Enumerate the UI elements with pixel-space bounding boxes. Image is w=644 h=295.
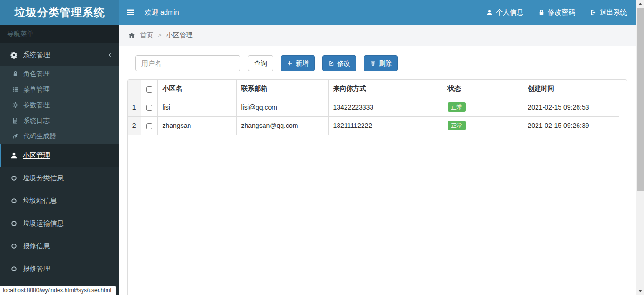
menu-icon [126, 8, 135, 17]
navbar-profile[interactable]: 个人信息 [487, 8, 523, 17]
sidebar-item-param-management[interactable]: 参数管理 [0, 97, 119, 113]
sidebar: 导航菜单 系统管理 角色管理 菜单管理 参数管理 系统日志 代码生成器 小区管理… [0, 25, 119, 295]
column-header: 状态 [443, 80, 523, 98]
query-button[interactable]: 查询 [248, 55, 273, 71]
navbar-logout[interactable]: 退出系统 [590, 8, 627, 17]
cell-created-time: 2021-02-15 09:26:53 [523, 98, 619, 117]
cog-outline-icon [12, 102, 18, 108]
cell-email: zhangsan@qq.com [236, 117, 328, 135]
sidebar-item-role-management[interactable]: 角色管理 [0, 66, 119, 82]
row-checkbox[interactable] [146, 105, 152, 111]
column-header: 创建时间 [523, 80, 619, 98]
user-icon [10, 152, 17, 159]
cell-phone: 13422223333 [328, 98, 443, 117]
caret-down-icon [638, 290, 642, 292]
cell-created-time: 2021-02-15 09:26:39 [523, 117, 619, 135]
select-all-checkbox[interactable] [146, 86, 152, 93]
edit-button-label: 修改 [337, 60, 350, 67]
cell-phone: 13211112222 [328, 117, 443, 135]
row-checkbox-cell [141, 117, 157, 135]
sidebar-item-repair-info[interactable]: 报修信息 [0, 235, 119, 257]
circle-icon [10, 220, 17, 227]
plus-icon [287, 60, 293, 66]
sidebar-item-community-management[interactable]: 小区管理 [0, 144, 119, 167]
sidebar-item-code-generator[interactable]: 代码生成器 [0, 128, 119, 144]
sidebar-header: 导航菜单 [0, 25, 119, 43]
chevron-left-icon [107, 52, 112, 58]
edit-button[interactable]: 修改 [322, 55, 356, 71]
cell-email: lisi@qq.com [236, 98, 328, 117]
sidebar-item-menu-management[interactable]: 菜单管理 [0, 82, 119, 97]
navbar-change-password[interactable]: 修改密码 [538, 8, 575, 17]
column-header: 来向你方式 [328, 80, 443, 98]
breadcrumb-separator: > [158, 32, 162, 39]
home-icon [128, 32, 135, 39]
lock-icon [538, 9, 545, 16]
cell-community-name: lisi [157, 98, 236, 117]
circle-icon [10, 175, 17, 182]
edit-icon [329, 60, 334, 66]
navbar-actions: 个人信息 修改密码 退出系统 [487, 8, 636, 17]
cell-community-name: zhangsan [157, 117, 236, 135]
breadcrumb-current: 小区管理 [166, 31, 193, 40]
app-window: 垃圾分类管理系统 欢迎 admin 个人信息 修改密码 退出系统 导航菜单 系统… [0, 0, 644, 295]
status-badge: 正常 [448, 102, 466, 112]
content: 查询 新增 修改 删除 [119, 46, 636, 295]
sidebar-item-repair-management[interactable]: 报修管理 [0, 257, 119, 280]
add-button-label: 新增 [296, 60, 309, 67]
circle-icon [10, 197, 17, 204]
list-icon [12, 86, 18, 93]
scrollbar[interactable] [636, 0, 644, 295]
row-index: 1 [128, 98, 141, 117]
table-row: 2 zhangsan zhangsan@qq.com 13211112222 正… [128, 117, 619, 135]
search-input[interactable] [135, 55, 240, 71]
circle-icon [10, 243, 17, 250]
main-area: 首页 > 小区管理 查询 新增 修改 删除 [119, 25, 636, 295]
row-checkbox-cell [141, 98, 157, 117]
sidebar-item-garbage-transport-info[interactable]: 垃圾运输信息 [0, 212, 119, 235]
query-button-label: 查询 [254, 60, 267, 67]
sidebar-item-system-management[interactable]: 系统管理 [0, 43, 119, 66]
delete-button[interactable]: 删除 [364, 55, 398, 71]
sign-out-icon [590, 9, 596, 16]
data-grid: 小区名联系邮箱来向你方式状态创建时间 1 lisi lisi@qq.com 13… [127, 79, 627, 295]
scroll-down-button[interactable] [636, 287, 644, 295]
welcome-text: 欢迎 admin [145, 8, 179, 17]
column-header: 联系邮箱 [236, 80, 328, 98]
gear-icon [10, 51, 17, 59]
data-table: 小区名联系邮箱来向你方式状态创建时间 1 lisi lisi@qq.com 13… [128, 80, 619, 135]
add-button[interactable]: 新增 [281, 55, 315, 71]
sidebar-toggle-button[interactable] [119, 0, 142, 25]
index-column-header [128, 80, 141, 98]
lock-icon [12, 71, 18, 77]
scroll-up-button[interactable] [636, 0, 644, 8]
user-icon [487, 9, 493, 16]
app-title: 垃圾分类管理系统 [0, 0, 119, 25]
breadcrumb-home[interactable]: 首页 [140, 31, 153, 40]
table-row: 1 lisi lisi@qq.com 13422223333 正常 2021-0… [128, 98, 619, 117]
toolbar: 查询 新增 修改 删除 [135, 55, 627, 71]
scroll-thumb[interactable] [637, 8, 644, 191]
caret-up-icon [638, 3, 642, 5]
trash-icon [370, 60, 376, 66]
breadcrumb: 首页 > 小区管理 [119, 25, 636, 46]
sidebar-item-garbage-station-info[interactable]: 垃圾站信息 [0, 189, 119, 212]
sidebar-submenu: 角色管理 菜单管理 参数管理 系统日志 代码生成器 [0, 66, 119, 144]
sidebar-item-garbage-classification-info[interactable]: 垃圾分类信息 [0, 167, 119, 189]
cell-status: 正常 [443, 98, 523, 117]
rocket-icon [12, 133, 18, 139]
delete-button-label: 删除 [379, 60, 392, 67]
select-all-cell [141, 80, 157, 98]
column-header: 小区名 [157, 80, 236, 98]
status-badge: 正常 [448, 121, 466, 130]
sidebar-item-system-logs[interactable]: 系统日志 [0, 113, 119, 128]
row-checkbox[interactable] [146, 123, 152, 129]
circle-icon [10, 265, 17, 272]
status-bar: localhost:8080/wy/index.html#sys/user.ht… [0, 286, 116, 295]
top-navbar: 欢迎 admin 个人信息 修改密码 退出系统 [119, 0, 636, 25]
table-header-row: 小区名联系邮箱来向你方式状态创建时间 [128, 80, 619, 98]
cell-status: 正常 [443, 117, 523, 135]
sidebar-menu: 系统管理 角色管理 菜单管理 参数管理 系统日志 代码生成器 小区管理 垃圾分类… [0, 43, 119, 280]
row-index: 2 [128, 117, 141, 135]
file-text-icon [12, 118, 18, 124]
